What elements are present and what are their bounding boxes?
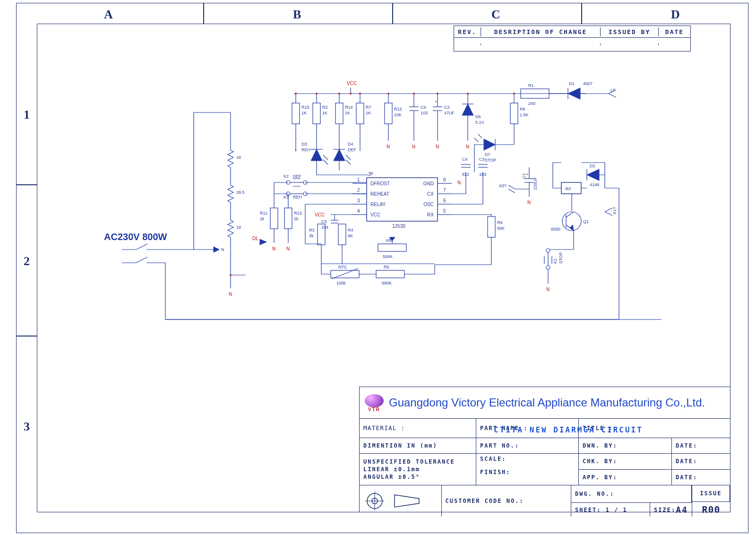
svg-text:VCC: VCC <box>370 212 380 217</box>
svg-text:C1: C1 <box>522 173 526 179</box>
tick <box>16 184 37 185</box>
svg-text:680K: 680K <box>382 281 392 285</box>
svg-text:R12: R12 <box>394 107 402 112</box>
vtr-logo: VTR <box>363 393 385 412</box>
svg-text:DEF: DEF <box>348 147 357 152</box>
zone-letter-c: C <box>491 9 500 21</box>
svg-marker-12 <box>568 88 580 99</box>
svg-point-50 <box>437 93 438 95</box>
svg-text:K1: K1 <box>553 259 558 264</box>
svg-text:18: 18 <box>236 225 241 230</box>
finish-label: FINISH: <box>480 469 511 475</box>
rev-header-rev: REV. <box>454 27 481 36</box>
svg-point-48 <box>387 93 389 95</box>
svg-rect-57 <box>510 103 518 124</box>
sense-network: R3 2k R4 9K VR 500K NTC 100k R6 680K <box>309 224 435 285</box>
issue-label: ISSUE <box>692 485 730 502</box>
svg-text:K2: K2 <box>284 174 289 179</box>
output-stage: dct D2 4148 Q1 8050 K1 STOP <box>305 163 617 292</box>
svg-text:N: N <box>436 144 439 149</box>
svg-text:R15: R15 <box>301 105 309 110</box>
date-label-1: DATE: <box>672 438 730 453</box>
svg-text:C3: C3 <box>479 157 485 162</box>
svg-text:RX: RX <box>427 212 434 217</box>
svg-text:Q1: Q1 <box>583 219 589 224</box>
svg-text:220UF: 220UF <box>533 177 538 190</box>
d6-zener: D6 5.1V N <box>462 93 484 149</box>
svg-text:1k: 1k <box>260 216 265 221</box>
unspec-tol-label: UNSPECIFIED TOLERANCE <box>363 458 455 465</box>
svg-text:4: 4 <box>357 208 360 214</box>
d1-diode: D1 4007 <box>568 81 593 99</box>
svg-text:3: 3 <box>357 198 360 203</box>
scale-label: SCALE: <box>480 456 506 462</box>
r1: R1 240 <box>521 83 549 106</box>
svg-text:N: N <box>272 246 275 251</box>
svg-text:DFROST: DFROST <box>370 181 390 186</box>
svg-text:18: 18 <box>236 155 241 160</box>
svg-point-29 <box>295 93 297 95</box>
zone-letter-d: D <box>671 9 680 21</box>
d3-d4-leds: D3 REH D4 DEF <box>296 142 368 175</box>
svg-text:R7: R7 <box>366 105 371 110</box>
svg-marker-61 <box>484 139 495 150</box>
svg-text:1.5K: 1.5K <box>520 112 529 117</box>
svg-text:1K: 1K <box>366 111 371 115</box>
material-label: MATERIAL : <box>360 419 476 438</box>
svg-text:47UF: 47UF <box>444 111 455 115</box>
zone-number-1: 1 <box>24 109 30 121</box>
size-value: A4 <box>676 505 688 515</box>
svg-point-143 <box>546 249 550 252</box>
customer-code-label: CUSTOMER CODE NO.: <box>442 485 571 517</box>
zone-letter-b: B <box>293 9 301 21</box>
svg-text:REHEAT: REHEAT <box>370 191 389 197</box>
dwg-no-label: DWG. NO.: <box>571 485 692 503</box>
linear-tol-label: LINEAR ±0.1mm <box>363 466 420 473</box>
svg-text:DEF: DEF <box>293 174 302 179</box>
svg-point-31 <box>338 93 340 95</box>
svg-text:240: 240 <box>528 101 535 106</box>
sheet-value: 1 / 1 <box>606 507 627 513</box>
zone-letter-a: A <box>104 9 113 21</box>
svg-text:N: N <box>229 292 232 297</box>
revision-block: REV. DESRIPTION OF CHANGE ISSUED BY DATE <box>454 26 691 52</box>
svg-rect-23 <box>335 103 343 124</box>
zone-number-3: 3 <box>24 421 30 433</box>
svg-text:D2: D2 <box>590 164 595 168</box>
svg-text:29.5: 29.5 <box>236 190 245 195</box>
svg-rect-33 <box>385 103 392 124</box>
svg-text:C4: C4 <box>462 157 468 162</box>
svg-marker-51 <box>462 104 473 115</box>
title-block: VTR Guangdong Victory Electrical Applian… <box>359 387 730 512</box>
svg-text:9K: 9K <box>348 233 353 238</box>
svg-text:12530: 12530 <box>392 224 405 229</box>
svg-rect-84 <box>284 208 292 229</box>
svg-text:+: + <box>526 172 529 177</box>
svg-text:D6: D6 <box>475 114 481 119</box>
angular-tol-label: ANGULAR ±0.5° <box>363 474 420 480</box>
svg-rect-122 <box>488 216 495 237</box>
rev-header-date: DATE <box>658 27 690 36</box>
svg-text:56K: 56K <box>497 226 505 231</box>
issue-value: R00 <box>692 502 730 517</box>
svg-text:OSC: OSC <box>423 202 434 207</box>
svg-rect-152 <box>338 224 346 245</box>
svg-point-5 <box>230 274 232 276</box>
svg-text:1K: 1K <box>345 111 350 115</box>
svg-text:N: N <box>286 246 290 251</box>
rev-header-issued: ISSUED BY <box>600 27 658 36</box>
svg-text:10K: 10K <box>394 112 402 117</box>
r11-r13: R11 1k R13 1k NN <box>260 182 302 251</box>
svg-text:VCC: VCC <box>315 212 325 217</box>
svg-rect-81 <box>270 208 278 229</box>
ac-power-label: AC230V 800W <box>104 232 167 242</box>
svg-text:2: 2 <box>357 188 360 193</box>
svg-text:R11: R11 <box>260 211 268 216</box>
c1: + C1 220UF N X2? <box>499 167 538 205</box>
svg-text:C2: C2 <box>444 105 450 110</box>
tick <box>16 336 37 337</box>
dimention-label: DIMENTION IN (mm) <box>360 438 476 453</box>
svg-text:N: N <box>412 144 415 149</box>
svg-text:STOP: STOP <box>558 252 563 264</box>
svg-rect-26 <box>356 103 364 124</box>
